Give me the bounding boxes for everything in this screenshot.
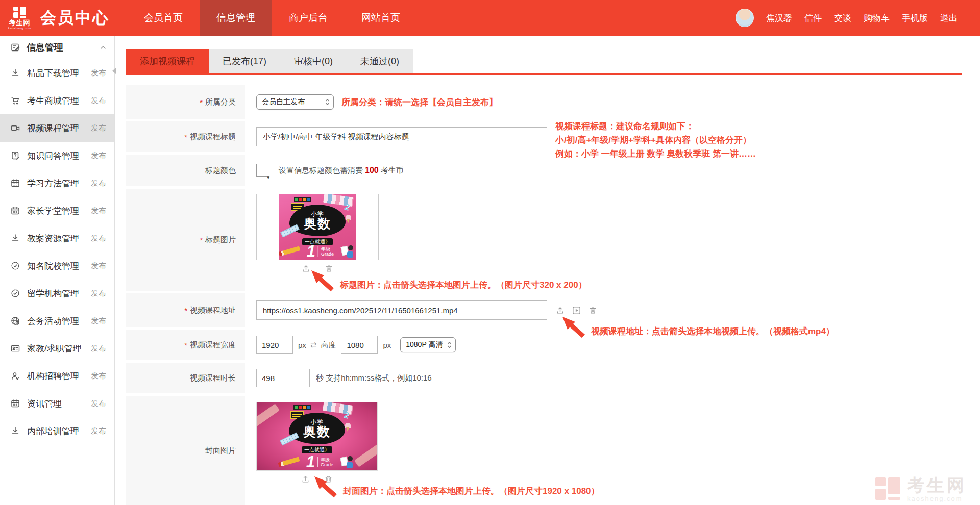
publish-link[interactable]: 发布	[91, 68, 106, 78]
sidebar-item[interactable]: 家教/求职管理 发布	[0, 335, 114, 362]
video-url-row: * 视频课程地址	[126, 293, 962, 327]
sidebar-menu: 精品下载管理 发布 考生商城管理 发布 视频课程管理 发布	[0, 59, 114, 445]
chevron-up-icon[interactable]	[99, 43, 107, 52]
cover-image-hint: 封面图片：点击箭头选择本地图片上传。（图片尺寸1920 x 1080）	[313, 475, 600, 498]
title-input[interactable]	[256, 127, 547, 146]
sidebar-item[interactable]: 家长学堂管理 发布	[0, 197, 114, 224]
publish-link[interactable]: 发布	[91, 179, 106, 188]
form-edit-icon	[10, 42, 20, 53]
required-mark: *	[184, 341, 187, 349]
sidebar-item-icon	[10, 233, 20, 243]
upload-icon[interactable]	[301, 264, 311, 273]
messages-link[interactable]: 信件	[804, 12, 822, 24]
avatar[interactable]	[736, 9, 754, 27]
sidebar-item[interactable]: 资讯管理 发布	[0, 390, 114, 417]
sidebar-item-icon	[10, 150, 20, 161]
sidebar-item[interactable]: 学习方法管理 发布	[0, 169, 114, 197]
duration-input[interactable]	[256, 369, 310, 387]
upload-icon[interactable]	[301, 474, 310, 484]
tab-label: 审核中(0)	[294, 56, 333, 66]
publish-link[interactable]: 发布	[91, 123, 106, 133]
main-content: 添加视频课程 已发布(17) 审核中(0) 未通过(0)	[115, 36, 980, 505]
video-height-input[interactable]	[341, 336, 378, 354]
sidebar-item-icon	[10, 316, 20, 326]
tab[interactable]: 未通过(0)	[347, 49, 413, 73]
course-cover-art: 2 小学 奥数 一点就通》 1 年级Grade	[278, 402, 356, 470]
tab[interactable]: 审核中(0)	[280, 49, 347, 73]
sidebar-item[interactable]: 教案资源管理 发布	[0, 224, 114, 252]
video-url-label: * 视频课程地址	[126, 293, 245, 327]
mobile-version-link[interactable]: 手机版	[902, 12, 928, 24]
sidebar-item[interactable]: 考生商城管理 发布	[0, 87, 114, 114]
category-label: * 所属分类	[126, 85, 245, 119]
sidebar-group-label: 信息管理	[27, 41, 63, 54]
site-logo[interactable]: 考生网 kaosheng.com	[8, 6, 31, 30]
required-mark: *	[184, 133, 187, 141]
sidebar-item-label: 机构招聘管理	[27, 370, 79, 382]
sidebar-item-label: 会务活动管理	[27, 315, 79, 327]
px-unit: px	[383, 341, 391, 349]
sidebar-item-label: 家教/求职管理	[27, 343, 82, 355]
play-icon[interactable]	[572, 306, 581, 315]
member-center-page: 考生网 kaosheng.com 会员中心 会员首页 信息管理 商户后台 网站首…	[0, 0, 980, 505]
sidebar-item[interactable]: 知识问答管理 发布	[0, 142, 114, 169]
sidebar-item[interactable]: 视频课程管理 发布	[0, 114, 114, 142]
trash-icon[interactable]	[588, 306, 598, 315]
red-arrow-icon	[310, 269, 336, 292]
sidebar-item[interactable]: 机构招聘管理 发布	[0, 362, 114, 390]
sidebar-item[interactable]: 知名院校管理 发布	[0, 252, 114, 280]
publish-link[interactable]: 发布	[91, 261, 106, 271]
nav-item-label: 商户后台	[289, 12, 328, 23]
sidebar-item-icon	[10, 343, 20, 353]
cover-image-thumbnail[interactable]: 2 小学 奥数 一点就通》 1 年级Grade	[256, 402, 378, 471]
publish-link[interactable]: 发布	[91, 344, 106, 353]
user-name-link[interactable]: 焦汉馨	[766, 12, 792, 24]
video-width-input[interactable]	[256, 336, 293, 354]
chat-link[interactable]: 交谈	[834, 12, 851, 24]
publish-link[interactable]: 发布	[91, 399, 106, 409]
watermark-logo-icon	[874, 476, 902, 502]
publish-link[interactable]: 发布	[91, 371, 106, 381]
publish-link[interactable]: 发布	[91, 289, 106, 298]
sidebar-item[interactable]: 留学机构管理 发布	[0, 280, 114, 307]
video-size-row: * 视频课程宽度 px ⇄ 高度 px 1080P 高清	[126, 330, 962, 360]
title-image-thumbnail[interactable]: 2 小学 奥数 一点就通》 1 年级Grade	[256, 194, 379, 260]
sidebar-item[interactable]: 会务活动管理 发布	[0, 307, 114, 335]
required-mark: *	[200, 236, 203, 244]
publish-link[interactable]: 发布	[91, 316, 106, 326]
red-arrow-icon	[313, 475, 339, 498]
video-url-input[interactable]	[256, 300, 547, 320]
tab-label: 添加视频课程	[140, 56, 195, 66]
sidebar-item[interactable]: 精品下载管理 发布	[0, 59, 114, 87]
tab[interactable]: 添加视频课程	[126, 49, 209, 73]
sidebar-item-icon	[10, 371, 20, 381]
tab[interactable]: 已发布(17)	[209, 49, 280, 73]
title-color-picker[interactable]	[256, 164, 270, 177]
nav-item[interactable]: 商户后台	[272, 0, 345, 36]
sidebar-item-icon	[10, 261, 20, 271]
watermark-subtext: kaosheng.com	[907, 495, 967, 502]
main-nav: 会员首页 信息管理 商户后台 网站首页	[127, 0, 417, 36]
publish-link[interactable]: 发布	[91, 206, 106, 216]
category-select[interactable]: 会员自主发布	[256, 94, 334, 110]
required-mark: *	[200, 98, 203, 107]
upload-icon[interactable]	[555, 306, 565, 315]
publish-link[interactable]: 发布	[91, 426, 106, 436]
nav-item[interactable]: 会员首页	[127, 0, 200, 36]
top-header: 考生网 kaosheng.com 会员中心 会员首页 信息管理 商户后台 网站首…	[0, 0, 980, 36]
logo-brand: 考生网	[9, 19, 31, 26]
publish-link[interactable]: 发布	[91, 234, 106, 243]
publish-link[interactable]: 发布	[91, 96, 106, 106]
logout-link[interactable]: 退出	[940, 12, 958, 24]
sidebar-group-header[interactable]: 信息管理	[0, 36, 114, 59]
nav-item[interactable]: 网站首页	[345, 0, 417, 36]
swap-icon: ⇄	[310, 340, 317, 349]
quality-select[interactable]: 1080P 高清	[400, 337, 456, 352]
sidebar-item-label: 知识问答管理	[27, 150, 79, 162]
px-unit: px	[298, 341, 306, 349]
publish-link[interactable]: 发布	[91, 151, 106, 161]
content-layout: 信息管理 精品下载管理 发布 考生商城管理 发布	[0, 36, 980, 505]
sidebar-item[interactable]: 内部培训管理 发布	[0, 417, 114, 445]
nav-item[interactable]: 信息管理	[200, 0, 272, 36]
cart-link[interactable]: 购物车	[864, 12, 890, 24]
